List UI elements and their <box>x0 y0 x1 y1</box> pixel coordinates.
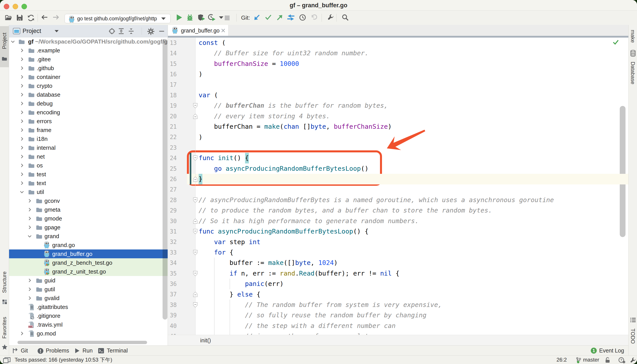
tool-window-switcher-icon[interactable] <box>3 357 10 363</box>
code-line[interactable]: // to produce the random bytes, and a bu… <box>198 205 492 216</box>
tree-row[interactable]: grand <box>9 232 168 240</box>
coverage-button[interactable] <box>198 14 205 21</box>
code-line[interactable]: // So it has high performance to generat… <box>198 216 419 226</box>
history-button[interactable] <box>299 14 306 21</box>
event-log-button[interactable]: Event Log <box>599 346 624 356</box>
chevron-right-icon[interactable] <box>20 48 24 53</box>
code-line[interactable]: // bufferChan is the buffer for random b… <box>198 100 388 111</box>
push-button[interactable] <box>276 14 283 21</box>
chevron-right-icon[interactable] <box>20 128 24 132</box>
tree-row[interactable]: test <box>9 170 168 179</box>
sidebar-item-todo[interactable]: TODO <box>630 328 636 344</box>
code-line[interactable]: if n, err := rand.Read(buffer); err != n… <box>198 268 400 279</box>
update-project-button[interactable] <box>254 14 260 21</box>
debug-button[interactable] <box>186 14 193 21</box>
chevron-right-icon[interactable] <box>20 181 24 186</box>
chevron-right-icon[interactable] <box>20 172 24 177</box>
sync-icon[interactable] <box>28 14 34 22</box>
editor-scrollbar[interactable] <box>620 106 626 237</box>
tree-row[interactable]: gpage <box>9 223 168 232</box>
chevron-right-icon[interactable] <box>27 216 32 221</box>
toolwindow-problems-button[interactable]: Problems <box>46 346 69 356</box>
tree-row[interactable]: gvalid <box>9 294 168 302</box>
tree-row[interactable]: grand_z_unit_test.go <box>9 267 168 276</box>
chevron-right-icon[interactable] <box>20 66 24 70</box>
chevron-down-icon[interactable] <box>54 30 59 32</box>
fold-marker-up[interactable] <box>193 218 198 224</box>
expand-all-icon[interactable] <box>118 28 124 34</box>
fold-marker-down[interactable] <box>193 302 198 308</box>
tree-row[interactable]: grand.go <box>9 240 168 250</box>
toolwindow-git-button[interactable]: Git <box>21 346 28 356</box>
code-line[interactable]: func init() { <box>198 153 249 163</box>
run-button[interactable] <box>176 14 182 21</box>
code-line[interactable]: } <box>198 174 202 184</box>
code-line[interactable]: for { <box>198 247 233 258</box>
code-line[interactable]: // the step with a different number can <box>198 321 396 331</box>
profiler-button[interactable] <box>208 14 216 21</box>
tree-row[interactable]: database <box>9 90 168 99</box>
tree-row[interactable]: frame <box>9 126 168 134</box>
compare-button[interactable] <box>287 14 294 21</box>
chevron-down-icon[interactable] <box>10 39 15 44</box>
tree-horizontal-scrollbar[interactable] <box>18 341 147 344</box>
code-line[interactable]: func asyncProducingRandomBufferBytesLoop… <box>198 226 368 236</box>
wrench-icon[interactable] <box>327 14 334 21</box>
chevron-right-icon[interactable] <box>20 110 24 115</box>
close-icon[interactable] <box>221 28 226 33</box>
sidebar-item-database[interactable]: Database <box>630 62 636 84</box>
fold-marker-down[interactable] <box>193 155 198 161</box>
tree-row[interactable]: go.mod <box>9 329 168 338</box>
todo-icon[interactable] <box>630 317 636 323</box>
tree-row[interactable]: net <box>9 152 168 161</box>
code-line[interactable]: var ( <box>198 90 218 100</box>
tree-row[interactable]: .gitee <box>9 55 168 64</box>
search-icon[interactable] <box>342 14 348 21</box>
chevron-right-icon[interactable] <box>27 278 32 283</box>
fold-marker-up[interactable] <box>193 114 198 119</box>
tree-row[interactable]: grand_buffer.go <box>9 250 168 258</box>
tree-row[interactable]: encoding <box>9 108 168 117</box>
tree-row[interactable]: .gitignore <box>9 311 168 320</box>
toolwindow-terminal-button[interactable]: Terminal <box>107 346 128 356</box>
chevron-right-icon[interactable] <box>20 74 24 80</box>
gear-icon[interactable] <box>147 28 154 35</box>
fold-marker-up[interactable] <box>193 176 198 182</box>
tree-row[interactable]: debug <box>9 99 168 108</box>
chevron-right-icon[interactable] <box>20 154 24 159</box>
chevron-right-icon[interactable] <box>27 296 32 300</box>
tree-row[interactable]: gmode <box>9 214 168 223</box>
chevron-right-icon[interactable] <box>20 57 24 62</box>
code-line[interactable]: bufferChan = make(chan []byte, bufferCha… <box>198 122 392 132</box>
star-icon[interactable] <box>2 344 8 350</box>
project-stripe-label[interactable]: Project <box>1 33 8 49</box>
code-line[interactable]: var step int <box>198 237 260 247</box>
tree-row[interactable]: gf ~/Workspace/Go/GOPATH/src/github.com/… <box>9 37 168 46</box>
chevron-right-icon[interactable] <box>20 83 24 88</box>
save-icon[interactable] <box>16 14 23 21</box>
tree-row[interactable]: i18n <box>9 134 168 143</box>
inspection-profile-icon[interactable]: ? <box>618 357 626 364</box>
fold-marker-up[interactable] <box>193 292 198 297</box>
commit-button[interactable] <box>265 14 272 20</box>
tree-row[interactable]: guid <box>9 276 168 285</box>
toolwindow-run-button[interactable]: Run <box>82 346 93 356</box>
chevron-right-icon[interactable] <box>27 225 32 230</box>
chevron-right-icon[interactable] <box>27 287 32 292</box>
run-configuration-select[interactable]: go test github.com/gogf/gf/net/ghttp <box>64 14 170 23</box>
tree-row[interactable]: internal <box>9 143 168 152</box>
fold-marker-down[interactable] <box>193 103 198 108</box>
code-line[interactable]: // The random buffer from system is very… <box>198 300 442 310</box>
git-branch-name[interactable]: master <box>583 356 599 364</box>
chevron-right-icon[interactable] <box>20 331 24 336</box>
chevron-down-icon[interactable] <box>27 234 32 238</box>
fold-marker-down[interactable] <box>193 197 198 203</box>
chevron-right-icon[interactable] <box>20 92 24 97</box>
code-line[interactable]: buffer := make([]byte, 1024) <box>198 258 338 268</box>
code-line[interactable]: } else { <box>198 289 260 300</box>
locate-file-icon[interactable] <box>108 28 115 34</box>
wrench-icon[interactable] <box>630 357 636 364</box>
caret-position[interactable]: 26:2 <box>556 356 567 364</box>
lock-icon[interactable] <box>605 357 610 363</box>
chevron-right-icon[interactable] <box>27 198 32 203</box>
